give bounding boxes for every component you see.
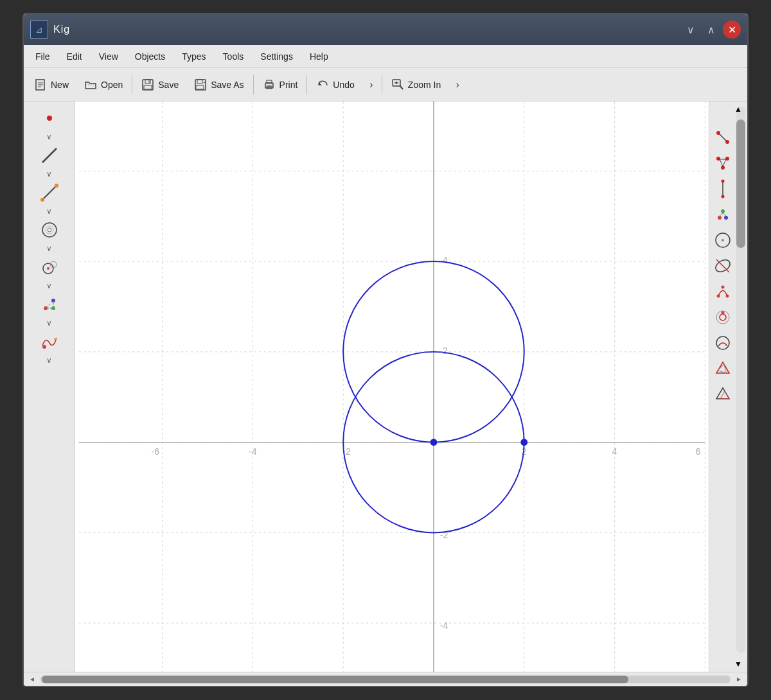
right-scroll-up[interactable]: ▲	[731, 103, 745, 116]
svg-point-26	[55, 184, 58, 188]
zoom-in-button[interactable]: Zoom In	[384, 72, 448, 98]
circle-tool-1[interactable]	[29, 218, 70, 241]
expand-transform[interactable]: ∨	[29, 316, 70, 330]
svg-text:6: 6	[696, 446, 701, 457]
segment-tool[interactable]	[29, 181, 70, 204]
expand-point[interactable]: ∨	[29, 130, 70, 144]
minimize-button[interactable]: ∨	[682, 21, 700, 39]
svg-text:-6: -6	[152, 446, 160, 457]
svg-line-36	[48, 302, 51, 307]
print-button[interactable]: Print	[255, 72, 306, 98]
svg-point-92	[720, 314, 726, 320]
svg-line-69	[720, 134, 726, 141]
menu-view[interactable]: View	[91, 49, 126, 64]
transform-tool[interactable]	[29, 293, 70, 316]
right-tool-2[interactable]	[710, 152, 736, 175]
right-tool-9[interactable]	[710, 331, 736, 354]
left-toolbar: ∨ ∨ ∨	[24, 101, 75, 672]
svg-text:+: +	[203, 80, 206, 85]
right-tool-7[interactable]	[710, 280, 736, 303]
svg-point-33	[44, 306, 48, 310]
menu-objects[interactable]: Objects	[127, 49, 173, 64]
right-tool-5[interactable]	[710, 229, 736, 252]
maximize-button[interactable]: ∧	[702, 21, 720, 39]
canvas-area[interactable]: -6 -4 -2 2 4 6 4 2 -2 -4	[75, 101, 709, 672]
svg-point-25	[40, 198, 44, 202]
circle-tool-2[interactable]	[29, 256, 70, 279]
save-as-icon: +	[194, 78, 207, 91]
menu-help[interactable]: Help	[302, 49, 336, 64]
menu-edit[interactable]: Edit	[59, 49, 90, 64]
main-window: ⊿ Kig ∨ ∧ ✕ File Edit View Objects Types…	[22, 13, 749, 687]
svg-text:-4: -4	[440, 620, 448, 631]
toolbar: New Open Save +	[24, 68, 747, 101]
right-scrollbar-thumb[interactable]	[736, 119, 745, 248]
close-button[interactable]: ✕	[723, 21, 741, 39]
curve-tool[interactable]	[29, 330, 70, 353]
open-icon	[84, 78, 97, 91]
expand-line[interactable]: ∨	[29, 167, 70, 181]
new-button[interactable]: New	[26, 72, 76, 98]
svg-line-24	[42, 186, 57, 200]
expand-curve[interactable]: ∨	[29, 353, 70, 367]
menu-tools[interactable]: Tools	[215, 49, 252, 64]
svg-line-23	[42, 148, 57, 162]
separator-2	[253, 75, 254, 94]
svg-rect-6	[144, 85, 152, 89]
svg-line-74	[720, 159, 723, 166]
scroll-right-button[interactable]: ►	[733, 674, 745, 685]
svg-text:4: 4	[443, 255, 448, 265]
svg-point-93	[721, 311, 724, 315]
bottom-scrollbar: ◄ ►	[24, 672, 747, 686]
svg-text:2: 2	[443, 346, 448, 356]
new-icon	[34, 78, 47, 91]
right-tool-3[interactable]	[710, 177, 736, 200]
svg-line-82	[720, 213, 723, 216]
toolbar-more-button[interactable]: ›	[448, 72, 466, 98]
menu-settings[interactable]: Settings	[253, 49, 301, 64]
title-bar-controls: ∨ ∧ ✕	[682, 21, 741, 39]
right-tool-8[interactable]	[710, 306, 736, 329]
title-bar-left: ⊿ Kig	[30, 21, 70, 39]
svg-point-79	[718, 216, 722, 220]
right-tool-1[interactable]	[710, 126, 736, 149]
svg-marker-17	[319, 82, 322, 85]
expand-circle2[interactable]: ∨	[29, 279, 70, 293]
svg-point-80	[724, 216, 728, 220]
svg-rect-5	[145, 80, 150, 83]
svg-point-85	[722, 239, 724, 241]
right-tool-6[interactable]	[710, 254, 736, 277]
undo-button[interactable]: Undo	[308, 72, 362, 98]
svg-point-78	[721, 195, 724, 198]
svg-text:-4: -4	[249, 446, 257, 457]
svg-point-28	[48, 228, 51, 232]
open-button[interactable]: Open	[76, 72, 130, 98]
right-tool-4[interactable]	[710, 203, 736, 226]
window-title: Kig	[53, 24, 70, 35]
save-button[interactable]: Save	[134, 72, 186, 98]
save-as-button[interactable]: + Save As	[186, 72, 251, 98]
expand-circle1[interactable]: ∨	[29, 241, 70, 256]
save-icon	[141, 78, 154, 91]
undo-more-button[interactable]: ›	[362, 72, 380, 98]
center-point[interactable]	[430, 439, 438, 446]
separator-1	[132, 75, 132, 94]
svg-point-81	[721, 209, 725, 213]
title-bar: ⊿ Kig ∨ ∧ ✕	[24, 14, 747, 45]
svg-text:4: 4	[612, 446, 617, 457]
menu-types[interactable]: Types	[174, 49, 213, 64]
menu-file[interactable]: File	[28, 49, 58, 64]
right-scroll-down[interactable]: ▼	[731, 658, 745, 670]
line-tool[interactable]	[29, 144, 70, 167]
right-tool-11[interactable]	[710, 383, 736, 406]
svg-point-90	[721, 286, 724, 289]
svg-marker-98	[720, 391, 729, 399]
svg-point-27	[42, 223, 57, 237]
svg-line-83	[723, 213, 726, 216]
point-tool[interactable]	[29, 107, 70, 130]
scroll-left-button[interactable]: ◄	[26, 674, 38, 685]
scroll-track[interactable]	[40, 676, 731, 683]
right-tool-10[interactable]	[710, 357, 736, 380]
scroll-thumb[interactable]	[42, 676, 628, 683]
expand-segment[interactable]: ∨	[29, 204, 70, 218]
